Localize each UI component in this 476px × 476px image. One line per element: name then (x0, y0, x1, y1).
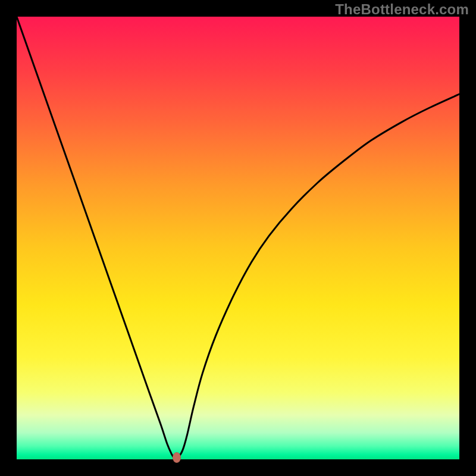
minimum-marker (173, 452, 181, 463)
curve-layer (17, 17, 459, 459)
bottleneck-curve (17, 17, 459, 459)
plot-area (17, 17, 459, 459)
watermark-text: TheBottleneck.com (335, 1, 469, 18)
chart-frame: TheBottleneck.com (0, 0, 476, 476)
